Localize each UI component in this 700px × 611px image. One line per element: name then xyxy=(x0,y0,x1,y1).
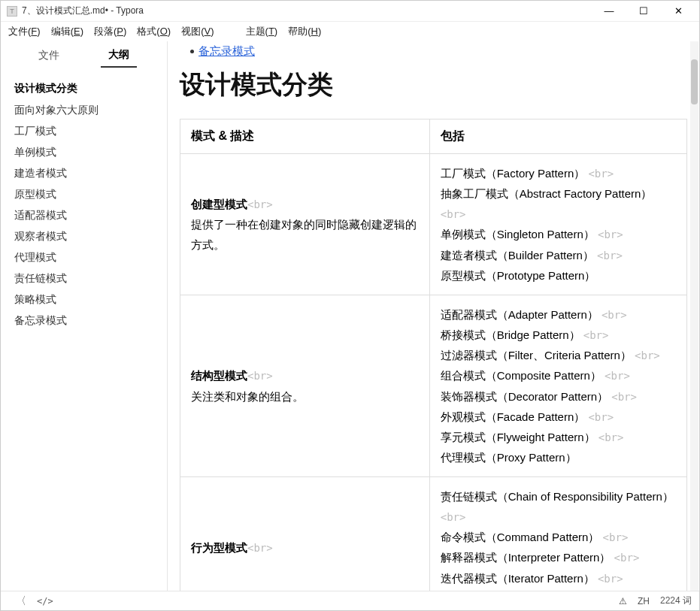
cell-includes: 工厂模式（Factory Pattern） <br>抽象工厂模式（Abstrac… xyxy=(429,154,686,295)
outline-item[interactable]: 责任链模式 xyxy=(1,268,167,289)
app-icon: T xyxy=(7,6,17,17)
tab-files[interactable]: 文件 xyxy=(31,44,67,67)
th-pattern-desc: 模式 & 描述 xyxy=(180,119,430,154)
tab-outline[interactable]: 大纲 xyxy=(101,44,137,68)
sidebar: 文件 大纲 设计模式分类 面向对象六大原则工厂模式单例模式建造者模式原型模式适配… xyxy=(1,41,168,591)
source-mode-icon[interactable]: </> xyxy=(37,596,53,606)
status-lang[interactable]: ZH xyxy=(638,596,650,606)
cell-desc: 行为型模式<br> xyxy=(180,477,430,591)
menu-v[interactable]: 视图(V) xyxy=(181,25,214,38)
outline-item[interactable]: 备忘录模式 xyxy=(1,310,167,331)
table-row: 行为型模式<br>责任链模式（Chain of Responsibility P… xyxy=(180,477,687,591)
editor-area[interactable]: 备忘录模式 设计模式分类 模式 & 描述 包括 创建型模式<br>提供了一种在创… xyxy=(168,41,699,591)
cell-includes: 适配器模式（Adapter Pattern） <br>桥接模式（Bridge P… xyxy=(429,295,686,476)
app-window: T 7、设计模式汇总.md• - Typora — ☐ ✕ 文件(F)编辑(E)… xyxy=(0,0,700,611)
table-row: 创建型模式<br>提供了一种在创建对象的同时隐藏创建逻辑的方式。工厂模式（Fac… xyxy=(180,154,687,295)
outline-item[interactable]: 适配器模式 xyxy=(1,205,167,226)
status-wordcount[interactable]: 2224 词 xyxy=(660,594,692,607)
cell-desc: 创建型模式<br>提供了一种在创建对象的同时隐藏创建逻辑的方式。 xyxy=(180,154,430,295)
close-button[interactable]: ✕ xyxy=(668,4,689,19)
window-controls: — ☐ ✕ xyxy=(598,4,693,19)
outline-item[interactable]: 观察者模式 xyxy=(1,226,167,247)
back-icon[interactable]: 〈 xyxy=(16,594,26,608)
statusbar: 〈 </> ⚠ ZH 2224 词 xyxy=(1,591,699,610)
menu-f[interactable]: 文件(F) xyxy=(8,25,41,38)
menu-p[interactable]: 段落(P) xyxy=(94,25,126,38)
outline-heading[interactable]: 设计模式分类 xyxy=(1,77,167,100)
toc-item: 备忘录模式 xyxy=(190,44,687,59)
outline-panel: 设计模式分类 面向对象六大原则工厂模式单例模式建造者模式原型模式适配器模式观察者… xyxy=(1,70,167,591)
outline-item[interactable]: 建造者模式 xyxy=(1,163,167,184)
toc-link-memo[interactable]: 备忘录模式 xyxy=(198,44,255,59)
status-right: ⚠ ZH 2224 词 xyxy=(619,594,692,607)
sidebar-tabs: 文件 大纲 xyxy=(1,41,167,70)
cell-desc: 结构型模式<br>关注类和对象的组合。 xyxy=(180,295,430,476)
patterns-table: 模式 & 描述 包括 创建型模式<br>提供了一种在创建对象的同时隐藏创建逻辑的… xyxy=(180,119,687,591)
menu-o[interactable]: 格式(O) xyxy=(137,25,171,38)
outline-item[interactable]: 原型模式 xyxy=(1,184,167,205)
status-left: 〈 </> xyxy=(8,594,53,608)
menubar: 文件(F)编辑(E)段落(P)格式(O)视图(V)主题(T)帮助(H) xyxy=(1,22,699,41)
page-title: 设计模式分类 xyxy=(180,68,687,102)
outline-item[interactable]: 代理模式 xyxy=(1,247,167,268)
cell-includes: 责任链模式（Chain of Responsibility Pattern） <… xyxy=(429,477,686,591)
app-body: 文件 大纲 设计模式分类 面向对象六大原则工厂模式单例模式建造者模式原型模式适配… xyxy=(1,41,699,591)
menu-t[interactable]: 主题(T) xyxy=(246,25,278,38)
minimize-button[interactable]: — xyxy=(598,4,620,19)
window-title: 7、设计模式汇总.md• - Typora xyxy=(22,5,598,17)
menu-e[interactable]: 编辑(E) xyxy=(51,25,83,38)
warning-icon[interactable]: ⚠ xyxy=(619,596,627,606)
menu-h[interactable]: 帮助(H) xyxy=(288,25,321,38)
table-row: 结构型模式<br>关注类和对象的组合。适配器模式（Adapter Pattern… xyxy=(180,295,687,476)
maximize-button[interactable]: ☐ xyxy=(633,4,654,19)
outline-item[interactable]: 面向对象六大原则 xyxy=(1,100,167,121)
bullet-icon xyxy=(190,50,194,53)
outline-item[interactable]: 单例模式 xyxy=(1,142,167,163)
titlebar: T 7、设计模式汇总.md• - Typora — ☐ ✕ xyxy=(1,1,699,22)
outline-item[interactable]: 策略模式 xyxy=(1,289,167,310)
outline-item[interactable]: 工厂模式 xyxy=(1,121,167,142)
th-includes: 包括 xyxy=(429,119,686,154)
